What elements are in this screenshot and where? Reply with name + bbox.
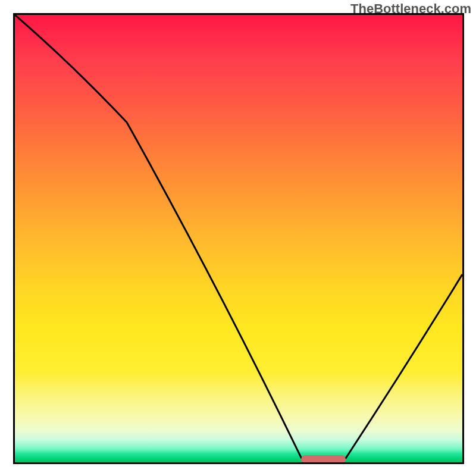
plot-area: [13, 13, 464, 464]
curve-line: [15, 15, 462, 462]
optimal-range-marker: [301, 455, 346, 464]
watermark-text: TheBottleneck.com: [350, 1, 471, 17]
chart-container: TheBottleneck.com: [0, 0, 476, 476]
bottleneck-curve: [15, 15, 462, 462]
